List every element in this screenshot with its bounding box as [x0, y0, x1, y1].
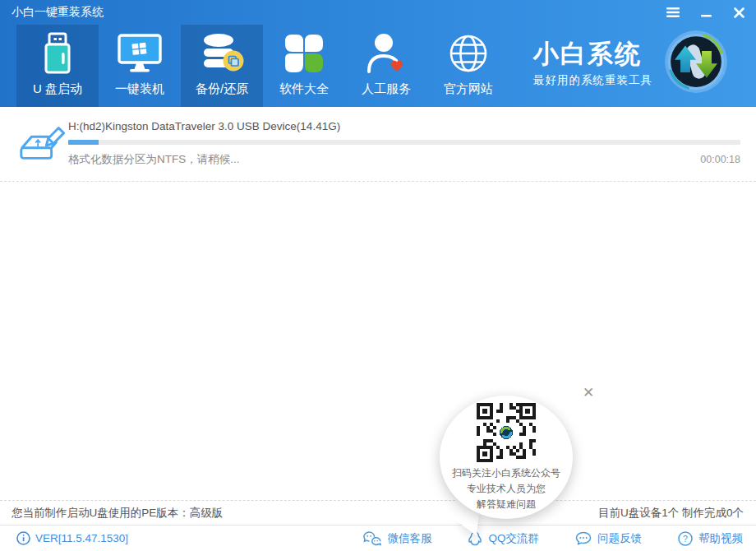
help-video-icon: ? — [678, 531, 693, 546]
app-window: 小白一键重装系统 — [0, 0, 756, 551]
tab-human-service[interactable]: 人工服务 — [345, 25, 427, 107]
monitor-icon — [117, 30, 163, 76]
main-nav: U 盘启动 — [16, 25, 509, 107]
tab-backup-restore[interactable]: 备份/还原 — [181, 25, 263, 107]
help-video-link[interactable]: ? 帮助视频 — [678, 531, 743, 546]
tab-label: U 盘启动 — [33, 81, 82, 97]
header: 小白一键重装系统 — [0, 0, 756, 107]
window-title: 小白一键重装系统 — [0, 5, 104, 20]
tab-label: 备份/还原 — [196, 81, 248, 97]
qr-caption-line3: 解答疑难问题 — [440, 497, 573, 512]
qr-code — [476, 402, 537, 463]
progress-fill — [68, 140, 99, 145]
person-heart-icon — [366, 30, 407, 76]
footer-link-label: 微信客服 — [387, 531, 431, 546]
disk-write-icon — [16, 118, 67, 172]
qq-group-link[interactable]: QQ交流群 — [468, 530, 539, 547]
task-status-text: 格式化数据分区为NTFS，请稍候... — [68, 152, 240, 167]
minimize-icon[interactable] — [695, 2, 717, 22]
brand-name: 小白系统 — [533, 39, 652, 71]
qr-popup: 扫码关注小白系统公众号 专业技术人员为您 解答疑难问题 — [440, 396, 573, 519]
tab-label: 软件大全 — [279, 81, 329, 97]
status-bar: 您当前制作启动U盘使用的PE版本：高级版 目前U盘设备1个 制作完成0个 — [0, 500, 756, 525]
window-controls — [662, 0, 749, 25]
database-icon — [200, 30, 244, 76]
tab-official-website[interactable]: 官方网站 — [427, 25, 509, 107]
tab-label: 官方网站 — [444, 81, 493, 97]
brand-logo-icon — [664, 30, 728, 97]
qr-caption-line1: 扫码关注小白系统公众号 — [440, 465, 573, 481]
svg-text:?: ? — [683, 533, 688, 543]
tab-label: 一键装机 — [115, 81, 164, 97]
brand-slogan: 最好用的系统重装工具 — [533, 73, 652, 88]
wechat-icon — [363, 530, 381, 546]
footer-link-label: QQ交流群 — [488, 531, 539, 546]
elapsed-timer: 00:00:18 — [700, 154, 740, 165]
globe-icon — [448, 30, 489, 76]
footer-link-label: 帮助视频 — [698, 531, 743, 546]
usb-device-count-text: 目前U盘设备1个 制作完成0个 — [598, 506, 744, 521]
usb-drive-icon — [39, 30, 76, 76]
tab-usb-boot[interactable]: U 盘启动 — [16, 25, 99, 107]
qr-popup-close-icon[interactable]: ✕ — [583, 386, 594, 400]
brand-area: 小白系统 最好用的系统重装工具 — [533, 30, 728, 97]
version-info[interactable]: VER[11.5.47.1530] — [16, 531, 128, 545]
progress-bar — [68, 140, 740, 145]
tab-software-collection[interactable]: 软件大全 — [263, 25, 345, 107]
feedback-icon — [575, 531, 592, 546]
wechat-support-link[interactable]: 微信客服 — [363, 530, 431, 546]
qr-caption-line2: 专业技术人员为您 — [440, 481, 573, 497]
pe-version-text: 您当前制作启动U盘使用的PE版本：高级版 — [12, 506, 223, 521]
device-name: H:(hd2)Kingston DataTraveler 3.0 USB Dev… — [68, 120, 740, 132]
footer-bar: VER[11.5.47.1530] 微信客服 — [0, 525, 756, 551]
version-text: VER[11.5.47.1530] — [35, 532, 128, 544]
titlebar: 小白一键重装系统 — [0, 0, 756, 25]
close-icon[interactable] — [728, 2, 749, 22]
feedback-link[interactable]: 问题反馈 — [575, 531, 642, 546]
clover-icon — [284, 30, 325, 76]
tab-label: 人工服务 — [362, 81, 411, 97]
info-icon — [16, 531, 30, 545]
footer-links: 微信客服 QQ交流群 — [363, 530, 743, 547]
usb-task-panel: H:(hd2)Kingston DataTraveler 3.0 USB Dev… — [0, 107, 756, 182]
menu-icon[interactable] — [662, 2, 684, 22]
footer-link-label: 问题反馈 — [597, 531, 642, 546]
tab-one-click-install[interactable]: 一键装机 — [99, 25, 181, 107]
